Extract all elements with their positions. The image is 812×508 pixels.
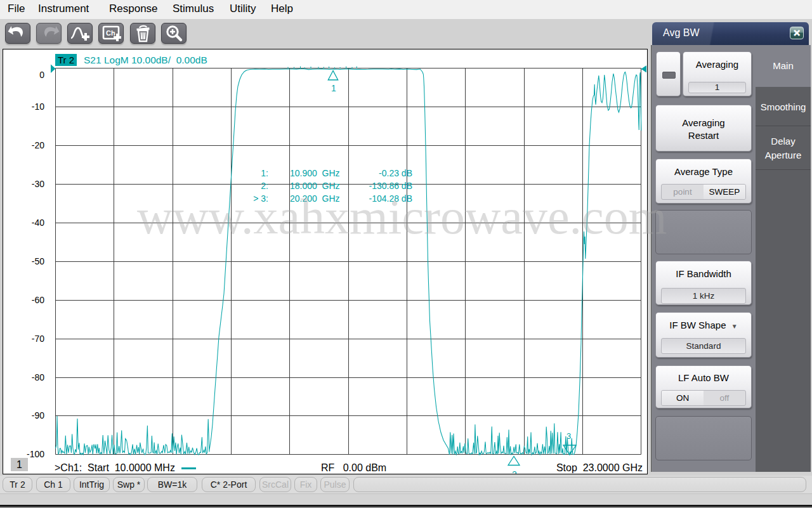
svg-text:Ch: Ch: [106, 29, 115, 37]
